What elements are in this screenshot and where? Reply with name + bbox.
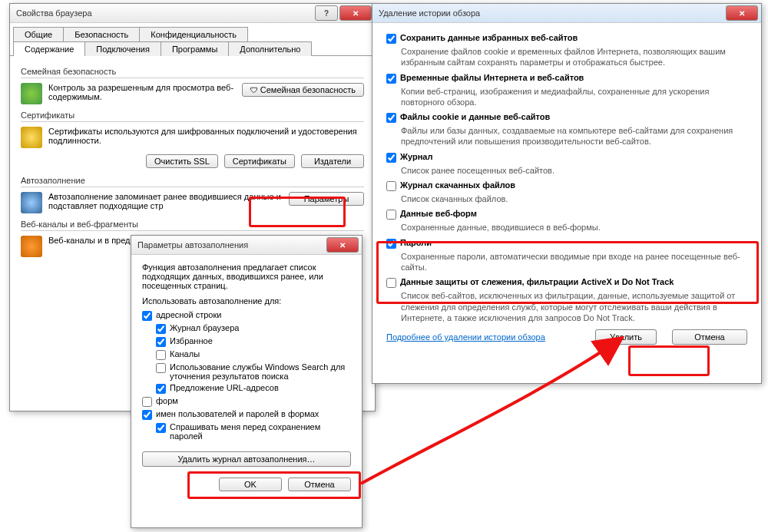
chk-feeds[interactable] xyxy=(156,350,166,360)
feed-icon xyxy=(21,236,42,257)
tab-privacy[interactable]: Конфиденциальность xyxy=(139,27,248,41)
desc-history: Список ранее посещенных веб-сайтов. xyxy=(401,165,747,176)
tab-security[interactable]: Безопасность xyxy=(63,27,140,41)
delete-button[interactable]: Удалить xyxy=(595,329,657,345)
chk-favorites[interactable] xyxy=(156,337,166,347)
intro-text: Функция автозаполнения предлагает список… xyxy=(142,263,351,290)
desc-cookies: Файлы или базы данных, создаваемые на ко… xyxy=(401,125,747,147)
cancel-button[interactable]: Отмена xyxy=(288,477,351,491)
group-family-safety: Семейная безопасность xyxy=(21,67,364,76)
learn-more-link[interactable]: Подробнее об удалении истории обзора xyxy=(386,332,545,342)
group-feeds: Веб-каналы и веб-фрагменты xyxy=(21,220,364,229)
autocomplete-settings-dialog: Параметры автозаполнения ✕ Функция автоз… xyxy=(131,235,362,528)
autocomplete-text: Автозаполнение запоминает ранее вводивши… xyxy=(48,192,283,210)
close-button[interactable]: ✕ xyxy=(326,237,359,253)
chk-tracking-protection[interactable] xyxy=(386,278,396,288)
cancel-button[interactable]: Отмена xyxy=(672,329,747,345)
help-button[interactable]: ? xyxy=(315,5,338,21)
desc-download-history: Список скачанных файлов. xyxy=(401,193,747,204)
certificates-button[interactable]: Сертификаты xyxy=(224,154,295,168)
tab-connections[interactable]: Подключения xyxy=(84,41,161,56)
tab-general[interactable]: Общие xyxy=(13,27,64,41)
chk-windows-search[interactable] xyxy=(156,363,166,373)
autocomplete-settings-button[interactable]: Параметры xyxy=(289,192,364,206)
chk-download-history[interactable] xyxy=(386,181,396,191)
desc-temp-files: Копии веб-страниц, изображения и медиафа… xyxy=(401,86,747,108)
titlebar: Свойства браузера ? ✕ xyxy=(10,4,375,23)
ok-button[interactable]: OK xyxy=(219,477,282,491)
certificate-icon xyxy=(21,127,42,148)
clear-ssl-button[interactable]: Очистить SSL xyxy=(146,154,218,168)
chk-forms[interactable] xyxy=(142,397,152,407)
chk-preserve-favorites[interactable] xyxy=(386,34,396,44)
delete-browsing-history-dialog: Удаление истории обзора ✕ Сохранить данн… xyxy=(372,3,762,384)
chk-form-data[interactable] xyxy=(386,210,396,220)
dialog-title: Свойства браузера xyxy=(16,8,313,18)
tabs: Общие Безопасность Конфиденциальность Со… xyxy=(10,23,375,56)
dialog-title: Удаление истории обзора xyxy=(379,8,724,18)
group-autocomplete: Автозаполнение xyxy=(21,176,364,185)
publishers-button[interactable]: Издатели xyxy=(301,154,364,168)
family-safety-button[interactable]: Семейная безопасность xyxy=(242,83,364,97)
dialog-title: Параметры автозаполнения xyxy=(137,240,325,249)
tab-content[interactable]: Содержание xyxy=(13,41,85,56)
chk-history[interactable] xyxy=(386,153,396,163)
desc-form-data: Сохраненные данные, вводившиеся в веб-фо… xyxy=(401,222,747,233)
titlebar: Параметры автозаполнения ✕ xyxy=(131,236,362,255)
shield-icon xyxy=(21,83,42,104)
chk-passwords[interactable] xyxy=(386,239,396,249)
use-for-label: Использовать автозаполнение для: xyxy=(142,296,351,306)
chk-ask-save-password[interactable] xyxy=(156,423,166,433)
titlebar: Удаление истории обзора ✕ xyxy=(372,4,761,23)
tab-advanced[interactable]: Дополнительно xyxy=(228,41,312,56)
chk-usernames-passwords[interactable] xyxy=(142,410,152,420)
chk-temp-files[interactable] xyxy=(386,74,396,84)
chk-address-bar[interactable] xyxy=(142,311,152,321)
chk-browsing-history[interactable] xyxy=(156,324,166,334)
close-button[interactable]: ✕ xyxy=(339,5,372,21)
desc-tracking-protection: Список веб-сайтов, исключенных из фильтр… xyxy=(401,290,747,323)
delete-autocomplete-history-button[interactable]: Удалить журнал автозаполнения… xyxy=(142,451,351,467)
chk-url-suggestions[interactable] xyxy=(156,384,166,394)
group-certificates: Сертификаты xyxy=(21,111,364,120)
certificates-text: Сертификаты используются для шифрованных… xyxy=(48,127,364,145)
tab-programs[interactable]: Программы xyxy=(161,41,229,56)
desc-passwords: Сохраненные пароли, автоматически вводим… xyxy=(401,251,747,273)
autocomplete-icon xyxy=(21,192,42,213)
family-safety-text: Контроль за разрешенным для просмотра ве… xyxy=(48,83,236,101)
desc-preserve-favorites: Сохранение файлов cookie и временных фай… xyxy=(401,46,747,68)
close-button[interactable]: ✕ xyxy=(726,5,758,21)
chk-cookies[interactable] xyxy=(386,113,396,123)
